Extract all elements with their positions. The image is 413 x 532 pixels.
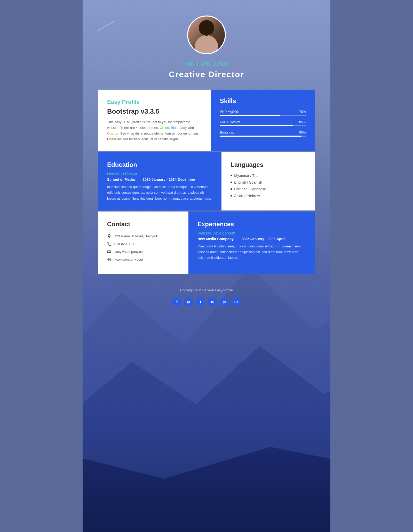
language-list: Myanmar / Thai English / Spanish Chinese… — [231, 174, 306, 198]
skill-bar-bg-php — [220, 115, 306, 116]
globe-icon — [107, 257, 111, 262]
list-item: English / Spanish — [231, 180, 306, 184]
lang-arabic: Arabic / Hebrew — [234, 194, 260, 198]
skill-ui: UI/UX Design 85% — [220, 120, 306, 126]
easy-profile-card: Easy Profile Bootstrap v3.3.5 This easy … — [98, 90, 211, 151]
description-text: This easy HTML profile is brought to you… — [107, 119, 202, 142]
easy-profile-label: Easy Profile — [107, 99, 202, 105]
social-github[interactable]: gh — [220, 297, 229, 307]
social-linkedin[interactable]: in — [208, 297, 217, 307]
skill-bar-fill-bs — [220, 136, 302, 137]
footer: Copyright © 2084 Your Easy Profile f g+ … — [83, 275, 330, 314]
lang-english: English / Spanish — [234, 180, 262, 184]
skill-pct-php: 70% — [299, 110, 306, 114]
skills-card: Skills PHP MySQL 70% UI/UX Design 85% — [211, 90, 315, 151]
contact-email-text: easy@company.com — [114, 250, 146, 254]
list-item: Myanmar / Thai — [231, 174, 306, 178]
contact-address: 123 Rama IX Road, Bangkok — [107, 234, 179, 238]
edu-school-row: School of Media 2030 January - 2034 Dece… — [107, 177, 212, 182]
social-twitter[interactable]: t — [196, 297, 205, 307]
skill-name-php: PHP MySQL — [220, 110, 239, 114]
list-item: Arabic / Hebrew — [231, 194, 306, 198]
skill-pct-bs: 95% — [299, 130, 306, 134]
exp-period: 2035 January - 2036 April — [241, 237, 285, 241]
languages-title: Languages — [231, 161, 306, 168]
edu-school: School of Media — [107, 177, 135, 182]
row-1: Easy Profile Bootstrap v3.3.5 This easy … — [98, 90, 315, 151]
experiences-title: Experiences — [197, 221, 306, 228]
lang-myanmar: Myanmar / Thai — [234, 174, 259, 178]
row-2: Education New Web Design School of Media… — [98, 152, 315, 210]
contact-phone: 010-020-0890 — [107, 242, 179, 246]
lang-bullet — [231, 182, 232, 183]
email-icon — [107, 250, 111, 254]
footer-copyright: Copyright © 2084 Your Easy Profile — [83, 288, 330, 292]
skill-bar-bg-ui — [220, 125, 306, 126]
education-title: Education — [107, 161, 212, 168]
bootstrap-title: Bootstrap v3.3.5 — [107, 107, 202, 115]
row-3: Contact 123 Rama IX Road, Bangkok — [98, 212, 315, 274]
contact-card: Contact 123 Rama IX Road, Bangkok — [98, 212, 188, 274]
lang-bullet — [231, 175, 232, 176]
header-section: Hi, I am Julia Creative Director — [83, 0, 330, 90]
phone-icon — [107, 242, 111, 246]
contact-email: easy@company.com — [107, 250, 179, 254]
skill-name-bs: Bootstrap — [220, 130, 234, 134]
edu-period: 2030 January - 2034 December — [142, 177, 195, 182]
link-green[interactable]: Green — [160, 126, 169, 130]
link-blue[interactable]: Blue — [171, 126, 178, 130]
avatar — [187, 15, 226, 54]
exp-description: Cras porta tincidunt sem, in sollicitudi… — [197, 244, 306, 261]
exp-company-row: New Media Company 2035 January - 2036 Ap… — [197, 237, 306, 241]
experiences-card: Experiences Website Development New Medi… — [188, 212, 315, 274]
lang-chinese: Chinese / Japanese — [234, 187, 266, 191]
link-gray[interactable]: Gray — [179, 126, 186, 130]
skill-pct-ui: 85% — [299, 120, 306, 124]
contact-website-text: www.company.com — [114, 257, 143, 261]
exp-company: New Media Company — [197, 237, 234, 241]
lang-bullet — [231, 195, 232, 197]
edu-description: In lacinia leo sed quam feugiat, ac effi… — [107, 184, 212, 201]
skill-name-ui: UI/UX Design — [220, 120, 240, 124]
social-googleplus[interactable]: g+ — [184, 297, 193, 307]
skill-bootstrap: Bootstrap 95% — [220, 130, 306, 137]
languages-card: Languages Myanmar / Thai English / Spani… — [221, 152, 315, 210]
exp-subtitle: Website Development — [197, 231, 306, 235]
social-icons: f g+ t in gh Be — [83, 297, 330, 307]
contact-phone-text: 010-020-0890 — [114, 242, 135, 246]
skill-php: PHP MySQL 70% — [220, 110, 306, 116]
skills-title: Skills — [220, 97, 306, 105]
skill-bar-fill-php — [220, 115, 280, 116]
role-text: Creative Director — [83, 70, 330, 79]
social-facebook[interactable]: f — [172, 297, 181, 307]
education-card: Education New Web Design School of Media… — [98, 152, 221, 210]
content-area: Easy Profile Bootstrap v3.3.5 This easy … — [83, 90, 330, 274]
social-behance[interactable]: Be — [232, 297, 241, 307]
skill-bar-fill-ui — [220, 125, 293, 126]
contact-title: Contact — [107, 221, 179, 228]
greeting-text: Hi, I am Julia — [83, 59, 330, 68]
contact-address-text: 123 Rama IX Road, Bangkok — [114, 234, 158, 238]
skill-bar-bg-bs — [220, 136, 306, 137]
edu-subtitle: New Web Design — [107, 171, 212, 176]
contact-website: www.company.com — [107, 257, 179, 262]
list-item: Chinese / Japanese — [231, 187, 306, 191]
link-orange[interactable]: Orange — [107, 131, 118, 135]
lang-bullet — [231, 188, 232, 190]
location-icon — [107, 234, 111, 238]
